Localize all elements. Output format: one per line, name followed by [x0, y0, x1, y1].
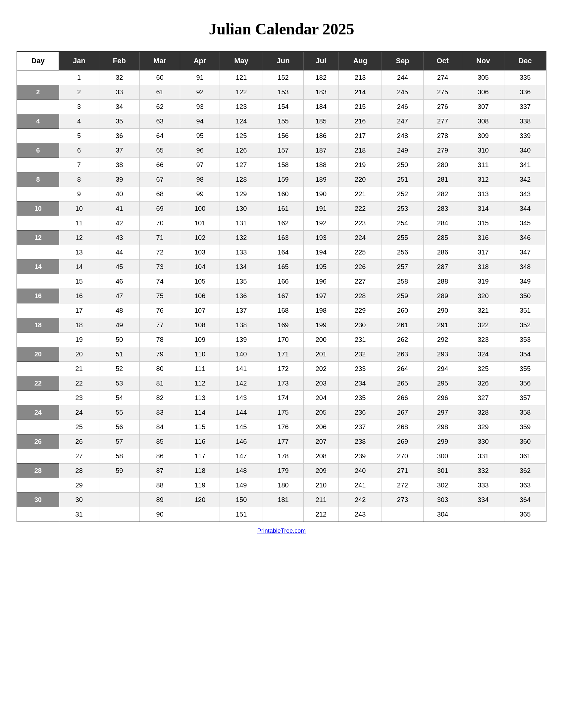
- cell-mar-day30: 89: [139, 493, 180, 507]
- cell-dec-day29: 363: [504, 478, 546, 493]
- cell-oct-day29: 302: [423, 478, 462, 493]
- table-row: 12124371102132163193224255285316346: [17, 231, 546, 245]
- cell-jul-day31: 212: [304, 507, 339, 522]
- cell-nov-day22: 326: [462, 376, 504, 391]
- cell-nov-day3: 307: [462, 100, 504, 114]
- header-feb: Feb: [99, 52, 139, 70]
- cell-dec-day9: 343: [504, 187, 546, 202]
- cell-jun-day30: 181: [263, 493, 304, 507]
- cell-aug-day31: 243: [339, 507, 382, 522]
- cell-oct-day7: 280: [423, 158, 462, 172]
- cell-aug-day19: 231: [339, 333, 382, 347]
- day-cell: 8: [17, 172, 59, 187]
- footer-link[interactable]: PrintableTree.com: [17, 527, 546, 534]
- cell-jul-day20: 201: [304, 347, 339, 362]
- cell-nov-day25: 329: [462, 420, 504, 434]
- cell-aug-day11: 223: [339, 216, 382, 231]
- cell-jul-day28: 209: [304, 464, 339, 478]
- cell-jul-day24: 205: [304, 405, 339, 420]
- cell-sep-day27: 270: [382, 449, 423, 464]
- cell-may-day19: 139: [220, 333, 263, 347]
- cell-feb-day24: 55: [99, 405, 139, 420]
- cell-jan-day7: 7: [59, 158, 99, 172]
- cell-jun-day28: 179: [263, 464, 304, 478]
- day-cell: 19: [17, 333, 59, 347]
- cell-aug-day12: 224: [339, 231, 382, 245]
- table-row: 18184977108138169199230261291322352: [17, 318, 546, 333]
- cell-mar-day25: 84: [139, 420, 180, 434]
- printable-tree-link[interactable]: PrintableTree.com: [257, 527, 306, 534]
- cell-oct-day13: 286: [423, 245, 462, 260]
- cell-jan-day2: 2: [59, 85, 99, 100]
- cell-sep-day20: 263: [382, 347, 423, 362]
- cell-jun-day2: 153: [263, 85, 304, 100]
- cell-may-day21: 141: [220, 362, 263, 376]
- cell-sep-day2: 245: [382, 85, 423, 100]
- cell-jul-day22: 203: [304, 376, 339, 391]
- cell-dec-day11: 345: [504, 216, 546, 231]
- day-cell: 7: [17, 158, 59, 172]
- header-jan: Jan: [59, 52, 99, 70]
- cell-sep-day26: 269: [382, 434, 423, 449]
- cell-may-day23: 143: [220, 391, 263, 405]
- cell-oct-day17: 290: [423, 303, 462, 318]
- cell-oct-day21: 294: [423, 362, 462, 376]
- cell-feb-day16: 47: [99, 289, 139, 303]
- cell-may-day28: 148: [220, 464, 263, 478]
- cell-jun-day14: 165: [263, 260, 304, 274]
- cell-jan-day20: 20: [59, 347, 99, 362]
- cell-sep-day28: 271: [382, 464, 423, 478]
- page-title: Julian Calendar 2025: [17, 20, 546, 38]
- cell-apr-day27: 117: [180, 449, 220, 464]
- cell-jul-day2: 183: [304, 85, 339, 100]
- cell-mar-day26: 85: [139, 434, 180, 449]
- cell-mar-day1: 60: [139, 70, 180, 85]
- cell-jun-day18: 169: [263, 318, 304, 333]
- cell-oct-day23: 296: [423, 391, 462, 405]
- cell-jul-day7: 188: [304, 158, 339, 172]
- cell-oct-day2: 275: [423, 85, 462, 100]
- cell-apr-day26: 116: [180, 434, 220, 449]
- cell-jan-day5: 5: [59, 129, 99, 143]
- cell-dec-day12: 346: [504, 231, 546, 245]
- day-cell: 20: [17, 347, 59, 362]
- cell-may-day22: 142: [220, 376, 263, 391]
- cell-nov-day7: 311: [462, 158, 504, 172]
- cell-jul-day27: 208: [304, 449, 339, 464]
- table-row: 10104169100130161191222253283314344: [17, 202, 546, 216]
- cell-mar-day7: 66: [139, 158, 180, 172]
- cell-mar-day6: 65: [139, 143, 180, 158]
- table-row: 16164775106136167197228259289320350: [17, 289, 546, 303]
- cell-dec-day27: 361: [504, 449, 546, 464]
- cell-dec-day30: 364: [504, 493, 546, 507]
- cell-may-day29: 149: [220, 478, 263, 493]
- cell-nov-day30: 334: [462, 493, 504, 507]
- cell-jun-day13: 164: [263, 245, 304, 260]
- cell-jul-day30: 211: [304, 493, 339, 507]
- cell-may-day30: 150: [220, 493, 263, 507]
- cell-may-day12: 132: [220, 231, 263, 245]
- cell-oct-day25: 298: [423, 420, 462, 434]
- cell-jan-day3: 3: [59, 100, 99, 114]
- cell-dec-day25: 359: [504, 420, 546, 434]
- cell-feb-day22: 53: [99, 376, 139, 391]
- cell-feb-day23: 54: [99, 391, 139, 405]
- cell-jun-day19: 170: [263, 333, 304, 347]
- cell-oct-day1: 274: [423, 70, 462, 85]
- cell-aug-day24: 236: [339, 405, 382, 420]
- cell-oct-day22: 295: [423, 376, 462, 391]
- cell-nov-day6: 310: [462, 143, 504, 158]
- table-row: 24245583114144175205236267297328358: [17, 405, 546, 420]
- cell-jan-day14: 14: [59, 260, 99, 274]
- cell-aug-day4: 216: [339, 114, 382, 129]
- cell-dec-day5: 339: [504, 129, 546, 143]
- cell-jan-day6: 6: [59, 143, 99, 158]
- cell-feb-day11: 42: [99, 216, 139, 231]
- cell-aug-day9: 221: [339, 187, 382, 202]
- cell-oct-day30: 303: [423, 493, 462, 507]
- cell-aug-day21: 233: [339, 362, 382, 376]
- cell-jul-day1: 182: [304, 70, 339, 85]
- cell-jun-day12: 163: [263, 231, 304, 245]
- header-dec: Dec: [504, 52, 546, 70]
- cell-dec-day16: 350: [504, 289, 546, 303]
